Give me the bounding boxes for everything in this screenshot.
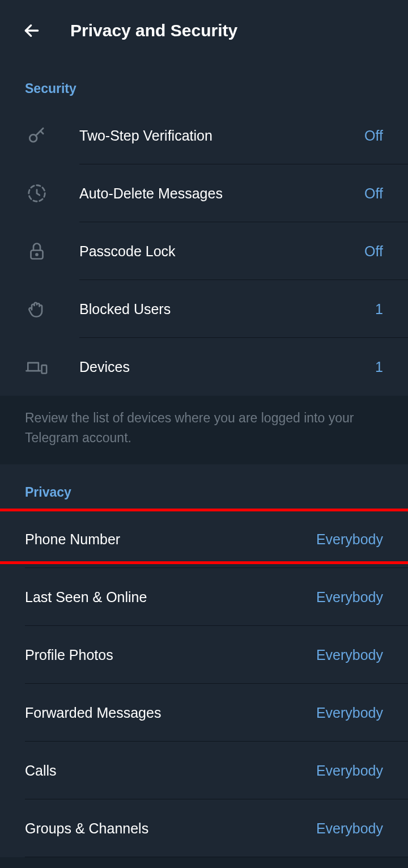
page-title: Privacy and Security	[70, 21, 237, 40]
row-value: Everybody	[316, 705, 383, 721]
two-step-verification-row[interactable]: Two-Step Verification Off	[0, 107, 408, 164]
svg-point-6	[36, 254, 38, 256]
row-label: Forwarded Messages	[25, 705, 316, 721]
last-seen-online-row[interactable]: Last Seen & Online Everybody	[0, 568, 408, 626]
lock-icon	[25, 239, 49, 263]
blocked-users-row[interactable]: Blocked Users 1	[0, 280, 408, 338]
row-value: Off	[364, 128, 383, 144]
back-button[interactable]	[18, 17, 45, 44]
row-value: Off	[364, 185, 383, 202]
forwarded-messages-row[interactable]: Forwarded Messages Everybody	[0, 684, 408, 742]
key-icon	[25, 124, 49, 147]
row-label: Auto-Delete Messages	[79, 185, 364, 202]
row-label: Passcode Lock	[79, 243, 364, 260]
header: Privacy and Security	[0, 0, 408, 61]
security-section-title: Security	[0, 61, 408, 107]
security-section: Security Two-Step Verification Off Auto-…	[0, 61, 408, 396]
passcode-lock-row[interactable]: Passcode Lock Off	[0, 222, 408, 280]
row-label: Devices	[79, 359, 375, 375]
timer-icon	[25, 181, 49, 205]
hand-icon	[25, 297, 49, 321]
svg-rect-7	[42, 365, 47, 373]
row-label: Blocked Users	[79, 301, 375, 317]
row-value: Everybody	[316, 763, 383, 779]
row-value: Off	[364, 243, 383, 260]
devices-icon	[25, 355, 49, 379]
groups-channels-row[interactable]: Groups & Channels Everybody	[0, 799, 408, 857]
row-label: Last Seen & Online	[25, 589, 316, 606]
row-label: Groups & Channels	[25, 820, 316, 837]
row-value: Everybody	[316, 531, 383, 548]
auto-delete-messages-row[interactable]: Auto-Delete Messages Off	[0, 164, 408, 222]
calls-row[interactable]: Calls Everybody	[0, 742, 408, 799]
phone-number-row[interactable]: Phone Number Everybody	[0, 510, 408, 568]
svg-line-3	[40, 131, 43, 134]
row-value: Everybody	[316, 820, 383, 837]
arrow-left-icon	[23, 22, 41, 40]
row-value: 1	[375, 301, 383, 317]
row-label: Phone Number	[25, 531, 316, 548]
profile-photos-row[interactable]: Profile Photos Everybody	[0, 626, 408, 684]
privacy-section-title: Privacy	[0, 464, 408, 510]
row-value: Everybody	[316, 589, 383, 606]
row-value: Everybody	[316, 647, 383, 663]
row-label: Two-Step Verification	[79, 128, 364, 144]
privacy-section: Privacy Phone Number Everybody Last Seen…	[0, 464, 408, 857]
row-label: Profile Photos	[25, 647, 316, 663]
security-footer: Review the list of devices where you are…	[0, 396, 408, 464]
devices-row[interactable]: Devices 1	[0, 338, 408, 396]
row-value: 1	[375, 359, 383, 375]
row-label: Calls	[25, 763, 316, 779]
